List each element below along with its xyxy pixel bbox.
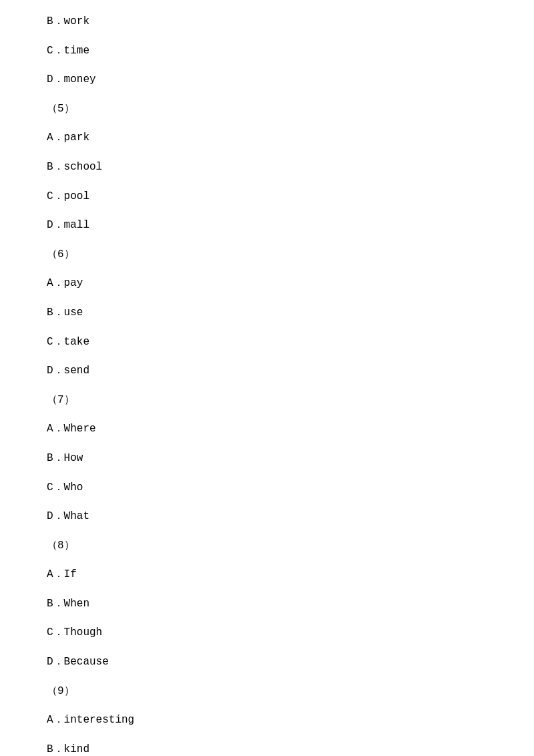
question-5-number: （5） (47, 101, 487, 118)
option-6a-pay: A．pay (47, 275, 487, 293)
option-6b-use: B．use (47, 305, 487, 322)
option-8d-because: D．Because (47, 654, 487, 671)
option-5b-school: B．school (47, 159, 487, 176)
question-9-number: （9） (47, 683, 487, 701)
question-8-number: （8） (47, 538, 487, 555)
option-6d-send: D．send (47, 363, 487, 380)
option-9b-kind: B．kind (47, 741, 487, 756)
option-7c-who: C．Who (47, 480, 487, 497)
option-5d-mall: D．mall (47, 217, 487, 234)
option-c-time: C．time (47, 43, 487, 60)
main-content: B．work C．time D．money （5） A．park B．schoo… (0, 0, 534, 756)
option-d-money: D．money (47, 71, 487, 89)
option-5c-pool: C．pool (47, 188, 487, 206)
option-7d-what: D．What (47, 508, 487, 526)
option-8b-when: B．When (47, 596, 487, 613)
option-6c-take: C．take (47, 334, 487, 351)
option-b-work: B．work (47, 13, 487, 31)
question-6-number: （6） (47, 246, 487, 264)
option-8c-though: C．Though (47, 624, 487, 642)
question-7-number: （7） (47, 392, 487, 409)
option-7a-where: A．Where (47, 421, 487, 438)
option-5a-park: A．park (47, 130, 487, 147)
option-7b-how: B．How (47, 450, 487, 467)
option-9a-interesting: A．interesting (47, 712, 487, 729)
option-8a-if: A．If (47, 566, 487, 584)
